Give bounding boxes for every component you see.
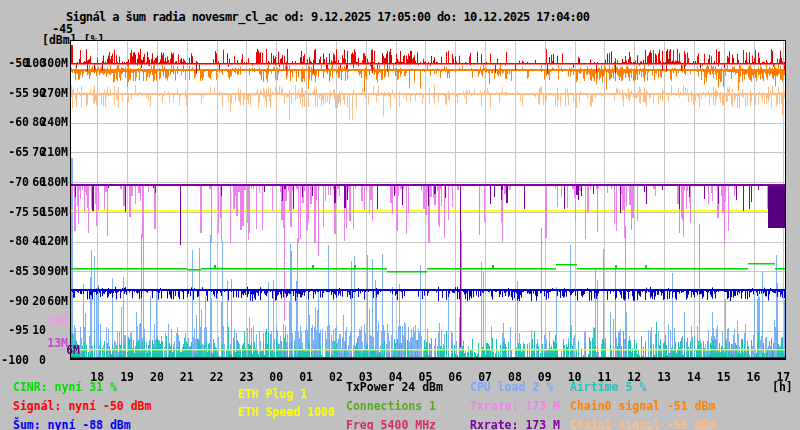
x-axis-tick-label: 20	[150, 371, 164, 383]
legend-item-airtime: Airtime 5 %	[570, 381, 646, 393]
legend-item-rxrate: Rxrate: 173 M	[470, 419, 560, 430]
legend-item-signal: Signál: nyní -50 dBm	[13, 400, 151, 412]
graph-title: Signál a šum radia novesmr_cl_ac od: 9.1…	[66, 11, 589, 23]
legend-item-sum: Šum: nyní -88 dBm	[13, 419, 131, 430]
y-axis-label-rate: 240M	[40, 116, 68, 128]
y-axis-label-rate: 90M	[40, 265, 68, 277]
legend-item-txrate: Txrate: 173 M	[470, 400, 560, 412]
x-axis-tick-label: 16	[747, 371, 761, 383]
signal-noise-chart	[70, 40, 786, 360]
x-axis-tick-label: 13	[657, 371, 671, 383]
y-axis-label-rate: 270M	[40, 87, 68, 99]
x-axis-unit-label: [h]	[772, 381, 793, 393]
x-axis-tick-label: 06	[448, 371, 462, 383]
legend-item-chain0-signal: Chain0 signal -51 dBm	[570, 400, 715, 412]
x-axis-tick-label: 21	[180, 371, 194, 383]
legend-item-txpower: TxPower 24 dBm	[346, 381, 443, 393]
y-axis-label-rate: 180M	[40, 176, 68, 188]
x-axis-tick-label: 02	[329, 371, 343, 383]
y-axis-label-rate: 60M	[40, 295, 68, 307]
y-axis-label-rate-extra: 39M	[40, 315, 68, 327]
y-axis-label-rate: 120M	[40, 235, 68, 247]
x-axis-tick-label: 01	[299, 371, 313, 383]
y-axis-label-rate: 300M	[40, 57, 68, 69]
x-axis-tick-label: 22	[210, 371, 224, 383]
legend-item-connections: Connections 1	[346, 400, 436, 412]
y-axis-label-rate: 210M	[40, 146, 68, 158]
x-axis-tick-label: 14	[687, 371, 701, 383]
legend-item-chain1-signal: Chain1 signal -55 dBm	[570, 419, 715, 430]
legend-item-eth-plug: ETH Plug 1	[238, 388, 307, 400]
graph-panel: Signál a šum radia novesmr_cl_ac od: 9.1…	[0, 0, 800, 430]
x-axis-tick-label: 19	[120, 371, 134, 383]
x-axis-tick-label: 00	[269, 371, 283, 383]
legend-item-freq: Freq 5400 MHz	[346, 419, 436, 430]
legend-item-cpu-load: CPU load 2 %	[470, 381, 553, 393]
x-axis-tick-label: 15	[717, 371, 731, 383]
y-axis-label-rate-extra: 6M	[52, 344, 80, 356]
legend-item-eth-speed: ETH Speed 1000	[238, 406, 335, 418]
y-axis-label-percent: 0	[25, 354, 46, 366]
x-axis-tick-label: 23	[239, 371, 253, 383]
legend-item-cinr: CINR: nyní 31 %	[13, 381, 117, 393]
y-axis-label-rate: 150M	[40, 206, 68, 218]
